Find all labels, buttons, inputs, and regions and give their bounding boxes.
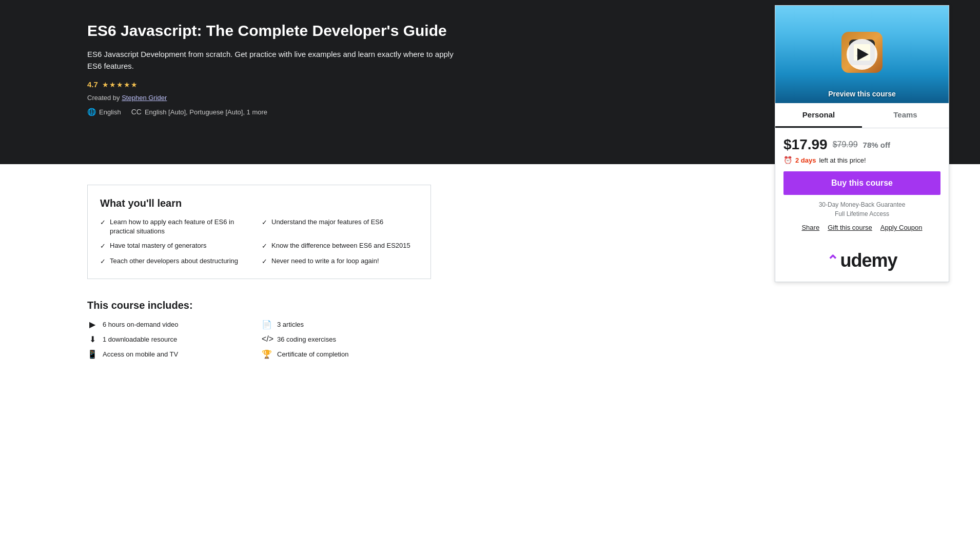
udemy-logo-section: ⌃ udemy [775, 240, 949, 282]
learn-grid: ✓ Learn how to apply each feature of ES6… [100, 217, 418, 266]
includes-item-1: 6 hours on-demand video [103, 321, 178, 328]
what-learn-title: What you'll learn [100, 197, 418, 209]
includes-grid: ▶ 6 hours on-demand video 📄 3 articles ⬇… [87, 320, 431, 359]
coupon-link[interactable]: Apply Coupon [880, 224, 923, 231]
price-discount: 78% off [863, 141, 890, 149]
price-current: $17.99 [783, 136, 828, 153]
gift-link[interactable]: Gift this course [828, 224, 872, 231]
course-title: ES6 Javascript: The Complete Developer's… [87, 21, 457, 41]
learn-item-4: Know the difference between ES6 and ES20… [271, 241, 410, 250]
check-icon-3: ✓ [100, 242, 106, 251]
captions-meta: CC English [Auto], Portuguese [Auto], 1 … [131, 108, 267, 116]
course-subtitle: ES6 Javascript Development from scratch.… [87, 49, 457, 72]
buy-button[interactable]: Buy this course [783, 171, 940, 195]
full-access-text: Full Lifetime Access [783, 210, 940, 217]
video-icon: ▶ [87, 320, 97, 329]
play-overlay[interactable] [775, 6, 949, 103]
star-rating: ★ ★ ★ ★ ★ [102, 81, 138, 89]
udemy-chevron-icon: ⌃ [827, 252, 838, 269]
sidebar-card: JS Preview this course Personal Teams $1… [775, 5, 949, 282]
card-body: $17.99 $79.99 78% off ⏰ 2 days left at t… [775, 128, 949, 240]
language-text: English [99, 108, 121, 116]
preview-label: Preview this course [828, 90, 896, 98]
cc-icon: CC [131, 108, 142, 116]
star-2: ★ [109, 81, 116, 89]
certificate-icon: 🏆 [262, 349, 272, 359]
share-link[interactable]: Share [801, 224, 819, 231]
urgency-suffix: left at this price! [819, 156, 866, 164]
learn-item-1: Learn how to apply each feature of ES6 i… [110, 217, 257, 236]
action-links: Share Gift this course Apply Coupon [783, 220, 940, 231]
list-item: </> 36 coding exercises [262, 334, 431, 344]
list-item: ✓ Know the difference between ES6 and ES… [262, 241, 418, 251]
check-icon-4: ✓ [262, 242, 267, 251]
list-item: ✓ Understand the major features of ES6 [262, 217, 418, 236]
mobile-icon: 📱 [87, 349, 97, 359]
what-learn-box: What you'll learn ✓ Learn how to apply e… [87, 185, 431, 279]
includes-item-2: 3 articles [277, 321, 304, 328]
star-1: ★ [102, 81, 109, 89]
header-section: ES6 Javascript: The Complete Developer's… [0, 0, 980, 164]
list-item: ✓ Teach other developers about destructu… [100, 256, 257, 266]
rating-number: 4.7 [87, 80, 98, 89]
check-icon-1: ✓ [100, 218, 106, 227]
instructor-link[interactable]: Stephen Grider [122, 94, 167, 102]
download-icon: ⬇ [87, 334, 97, 344]
check-icon-2: ✓ [262, 218, 267, 227]
learn-item-3: Have total mastery of generators [110, 241, 207, 250]
includes-section: This course includes: ▶ 6 hours on-deman… [87, 300, 431, 359]
udemy-logo: ⌃ udemy [827, 250, 897, 271]
price-original: $79.99 [833, 140, 858, 149]
learn-item-2: Understand the major features of ES6 [271, 217, 383, 227]
guarantee-text: 30-Day Money-Back Guarantee [783, 201, 940, 208]
includes-item-6: Certificate of completion [277, 350, 348, 358]
includes-item-3: 1 downloadable resource [103, 335, 177, 343]
list-item: ✓ Learn how to apply each feature of ES6… [100, 217, 257, 236]
list-item: ⬇ 1 downloadable resource [87, 334, 257, 344]
main-content: What you'll learn ✓ Learn how to apply e… [0, 164, 462, 400]
star-3: ★ [116, 81, 123, 89]
play-triangle-icon [857, 48, 869, 61]
list-item: 📄 3 articles [262, 320, 431, 329]
list-item: ▶ 6 hours on-demand video [87, 320, 257, 329]
star-half: ★ [131, 81, 138, 89]
check-icon-5: ✓ [100, 257, 106, 266]
clock-icon: ⏰ [783, 156, 792, 164]
globe-icon: 🌐 [87, 108, 96, 116]
tab-teams[interactable]: Teams [862, 103, 949, 128]
list-item: 📱 Access on mobile and TV [87, 349, 257, 359]
play-circle[interactable] [847, 39, 877, 70]
card-tabs: Personal Teams [775, 103, 949, 128]
list-item: ✓ Have total mastery of generators [100, 241, 257, 251]
article-icon: 📄 [262, 320, 272, 329]
tab-personal[interactable]: Personal [775, 103, 862, 128]
language-meta: 🌐 English [87, 108, 121, 116]
coding-icon: </> [262, 334, 272, 344]
star-4: ★ [124, 81, 130, 89]
includes-title: This course includes: [87, 300, 431, 311]
learn-item-5: Teach other developers about destructuri… [110, 256, 238, 266]
includes-item-4: 36 coding exercises [277, 335, 336, 343]
includes-item-5: Access on mobile and TV [103, 350, 178, 358]
learn-item-6: Never need to write a for loop again! [271, 256, 379, 266]
list-item: 🏆 Certificate of completion [262, 349, 431, 359]
created-by-label: Created by [87, 94, 122, 102]
udemy-wordmark: udemy [840, 250, 897, 271]
urgency-row: ⏰ 2 days left at this price! [783, 156, 940, 164]
urgency-days: 2 days [795, 156, 816, 164]
check-icon-6: ✓ [262, 257, 267, 266]
list-item: ✓ Never need to write a for loop again! [262, 256, 418, 266]
price-row: $17.99 $79.99 78% off [783, 136, 940, 153]
video-preview[interactable]: JS Preview this course [775, 6, 949, 103]
captions-text: English [Auto], Portuguese [Auto], 1 mor… [145, 108, 267, 116]
